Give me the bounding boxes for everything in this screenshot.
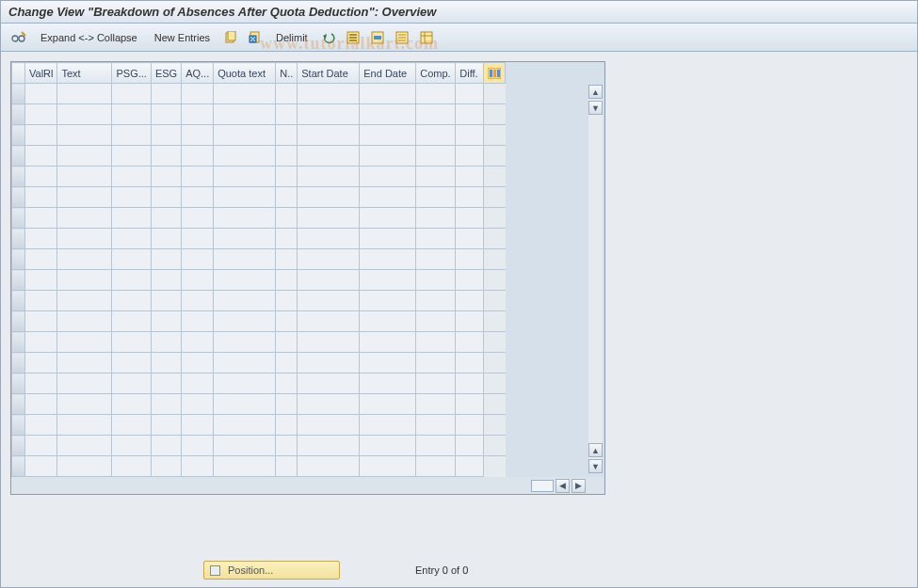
cell-n[interactable] xyxy=(276,167,298,187)
cell-n[interactable] xyxy=(276,187,298,208)
cell-start-date[interactable] xyxy=(298,353,360,373)
cell-n[interactable] xyxy=(276,394,298,415)
column-header-end-date[interactable]: End Date xyxy=(360,63,416,84)
table-row[interactable] xyxy=(12,415,506,436)
cell-quota-text[interactable] xyxy=(214,291,276,311)
cell-end-date[interactable] xyxy=(360,291,416,311)
cell-aq[interactable] xyxy=(182,436,214,456)
table-settings-button[interactable] xyxy=(417,28,436,47)
cell-valrl[interactable] xyxy=(25,84,57,104)
cell-diff[interactable] xyxy=(456,146,484,167)
row-selector[interactable] xyxy=(12,104,25,125)
cell-comp[interactable] xyxy=(416,125,456,146)
table-row[interactable] xyxy=(12,167,506,187)
cell-psg[interactable] xyxy=(112,146,151,167)
table-row[interactable] xyxy=(12,270,506,291)
cell-n[interactable] xyxy=(276,332,298,353)
cell-diff[interactable] xyxy=(456,84,484,104)
cell-comp[interactable] xyxy=(416,208,456,229)
cell-start-date[interactable] xyxy=(298,167,360,187)
cell-comp[interactable] xyxy=(416,394,456,415)
cell-comp[interactable] xyxy=(416,456,456,477)
cell-psg[interactable] xyxy=(112,311,151,332)
cell-comp[interactable] xyxy=(416,353,456,373)
cell-text[interactable] xyxy=(57,187,112,208)
cell-start-date[interactable] xyxy=(298,125,360,146)
row-selector[interactable] xyxy=(12,167,25,187)
cell-quota-text[interactable] xyxy=(214,84,276,104)
cell-esg[interactable] xyxy=(151,229,181,249)
column-header-valrl[interactable]: ValRl xyxy=(25,63,57,84)
cell-esg[interactable] xyxy=(151,249,181,270)
cell-diff[interactable] xyxy=(456,249,484,270)
cell-esg[interactable] xyxy=(151,125,181,146)
cell-diff[interactable] xyxy=(456,436,484,456)
cell-esg[interactable] xyxy=(151,104,181,125)
cell-text[interactable] xyxy=(57,456,112,477)
row-selector[interactable] xyxy=(12,270,25,291)
undo-button[interactable] xyxy=(319,28,338,47)
cell-esg[interactable] xyxy=(151,208,181,229)
cell-quota-text[interactable] xyxy=(214,270,276,291)
cell-start-date[interactable] xyxy=(298,332,360,353)
cell-comp[interactable] xyxy=(416,104,456,125)
cell-comp[interactable] xyxy=(416,436,456,456)
cell-end-date[interactable] xyxy=(360,187,416,208)
cell-end-date[interactable] xyxy=(360,229,416,249)
cell-end-date[interactable] xyxy=(360,146,416,167)
table-row[interactable] xyxy=(12,125,506,146)
cell-psg[interactable] xyxy=(112,187,151,208)
table-row[interactable] xyxy=(12,332,506,353)
cell-valrl[interactable] xyxy=(25,332,57,353)
cell-start-date[interactable] xyxy=(298,311,360,332)
column-header-start-date[interactable]: Start Date xyxy=(298,63,360,84)
cell-psg[interactable] xyxy=(112,229,151,249)
cell-quota-text[interactable] xyxy=(214,249,276,270)
row-selector[interactable] xyxy=(12,373,25,394)
cell-esg[interactable] xyxy=(151,332,181,353)
configure-columns-button[interactable] xyxy=(484,63,506,84)
cell-valrl[interactable] xyxy=(25,104,57,125)
cell-end-date[interactable] xyxy=(360,373,416,394)
cell-esg[interactable] xyxy=(151,353,181,373)
select-all-rows-button[interactable] xyxy=(12,63,25,84)
cell-n[interactable] xyxy=(276,229,298,249)
cell-end-date[interactable] xyxy=(360,353,416,373)
cell-comp[interactable] xyxy=(416,311,456,332)
cell-end-date[interactable] xyxy=(360,167,416,187)
column-header-comp[interactable]: Comp. xyxy=(416,63,456,84)
cell-start-date[interactable] xyxy=(298,187,360,208)
row-selector[interactable] xyxy=(12,311,25,332)
cell-valrl[interactable] xyxy=(25,373,57,394)
cell-psg[interactable] xyxy=(112,270,151,291)
cell-aq[interactable] xyxy=(182,332,214,353)
cell-diff[interactable] xyxy=(456,104,484,125)
cell-end-date[interactable] xyxy=(360,208,416,229)
cell-aq[interactable] xyxy=(182,187,214,208)
cell-aq[interactable] xyxy=(182,84,214,104)
cell-n[interactable] xyxy=(276,270,298,291)
cell-esg[interactable] xyxy=(151,84,181,104)
cell-psg[interactable] xyxy=(112,84,151,104)
delete-button[interactable] xyxy=(246,28,265,47)
cell-n[interactable] xyxy=(276,415,298,436)
table-row[interactable] xyxy=(12,146,506,167)
cell-diff[interactable] xyxy=(456,311,484,332)
cell-diff[interactable] xyxy=(456,456,484,477)
cell-end-date[interactable] xyxy=(360,436,416,456)
cell-quota-text[interactable] xyxy=(214,332,276,353)
row-selector[interactable] xyxy=(12,125,25,146)
cell-comp[interactable] xyxy=(416,415,456,436)
cell-n[interactable] xyxy=(276,436,298,456)
cell-diff[interactable] xyxy=(456,291,484,311)
cell-n[interactable] xyxy=(276,249,298,270)
column-header-esg[interactable]: ESG xyxy=(151,63,181,84)
cell-aq[interactable] xyxy=(182,291,214,311)
cell-valrl[interactable] xyxy=(25,249,57,270)
scroll-up-button[interactable]: ▲ xyxy=(588,85,603,99)
position-button[interactable]: Position... xyxy=(203,561,340,580)
cell-quota-text[interactable] xyxy=(214,208,276,229)
cell-aq[interactable] xyxy=(182,415,214,436)
cell-n[interactable] xyxy=(276,84,298,104)
cell-psg[interactable] xyxy=(112,373,151,394)
